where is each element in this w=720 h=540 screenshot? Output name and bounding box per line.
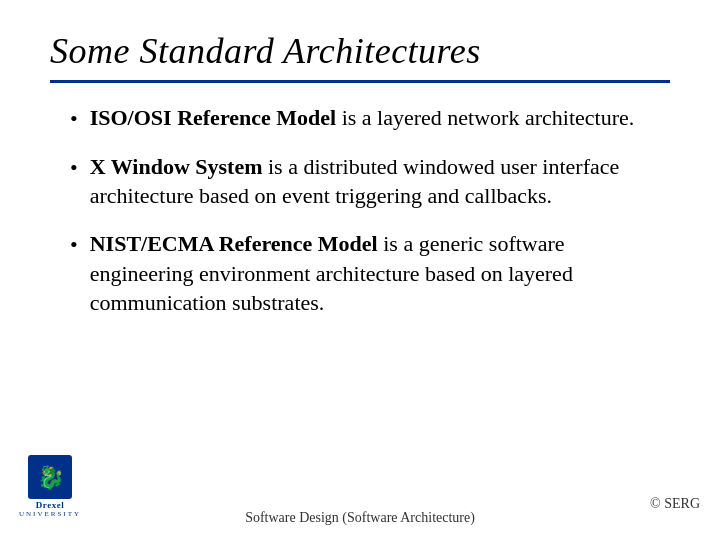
footer-center-text: Software Design (Software Architecture) [245,510,475,526]
svg-text:🐉: 🐉 [37,464,65,491]
drexel-wordmark: Drexel UNIVERSITY [19,499,81,518]
bullet-3-term: NIST/ECMA Reference Model [90,231,378,256]
bullet-3: • [70,230,78,260]
content-list: • ISO/OSI Reference Model is a layered n… [70,103,670,318]
slide-title: Some Standard Architectures [50,30,670,72]
footer-right-text: © SERG [650,496,700,512]
title-underline [50,80,670,83]
drexel-dragon-icon: 🐉 [28,455,72,499]
bullet-1-body: is a layered network architecture. [336,105,634,130]
bullet-3-text: NIST/ECMA Reference Model is a generic s… [90,229,670,318]
drexel-label: Drexel [19,500,81,510]
bullet-1-term: ISO/OSI Reference Model [90,105,336,130]
list-item: • ISO/OSI Reference Model is a layered n… [70,103,670,134]
slide: Some Standard Architectures • ISO/OSI Re… [0,0,720,540]
footer: 🐉 Drexel UNIVERSITY Software Design (Sof… [0,510,720,526]
bullet-2-text: X Window System is a distributed windowe… [90,152,670,211]
university-label: UNIVERSITY [19,510,81,518]
title-section: Some Standard Architectures [50,30,670,83]
bullet-2-term: X Window System [90,154,263,179]
list-item: • X Window System is a distributed windo… [70,152,670,211]
bullet-2: • [70,153,78,183]
footer-logo: 🐉 Drexel UNIVERSITY [20,455,80,518]
bullet-1-text: ISO/OSI Reference Model is a layered net… [90,103,670,133]
list-item: • NIST/ECMA Reference Model is a generic… [70,229,670,318]
bullet-1: • [70,104,78,134]
